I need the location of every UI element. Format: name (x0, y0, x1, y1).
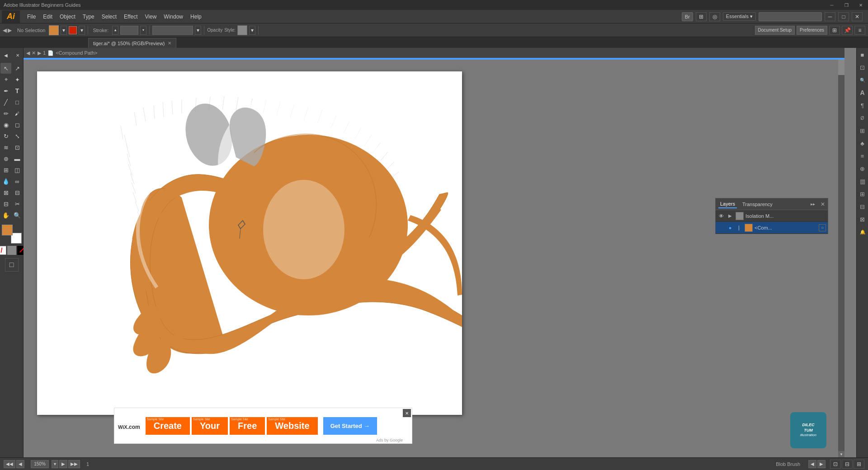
blob-brush-btn[interactable]: ◉ (0, 119, 11, 130)
free-transform-btn[interactable]: ⊡ (12, 142, 23, 153)
brush-select[interactable] (152, 26, 193, 35)
panel-menu[interactable]: ≡ (854, 26, 865, 35)
magic-wand-btn[interactable]: ✦ (12, 74, 23, 85)
search-input[interactable] (759, 12, 822, 21)
minimize-button[interactable]: ─ (825, 0, 839, 10)
status-icon1[interactable]: ⊡ (830, 460, 841, 469)
bells-panel-icon[interactable]: 🔔 (858, 227, 868, 237)
collapse-left[interactable]: ◀ (0, 50, 11, 61)
pencil-btn[interactable]: ✏ (0, 108, 11, 119)
stroke-weight-input[interactable] (120, 26, 138, 35)
breadcrumb-x[interactable]: ✕ (32, 50, 36, 56)
wix-free-btn[interactable]: Sample Site Free (230, 417, 265, 435)
layer-expand-isolation[interactable]: ▶ (726, 213, 734, 218)
fg-color-swatch[interactable] (2, 225, 13, 235)
minimize-panel-icon[interactable]: ─ (825, 12, 835, 21)
expand-left[interactable]: ✕ (12, 50, 23, 61)
isolation-mode-btn[interactable]: □ (5, 258, 19, 272)
doc-tab-close[interactable]: ✕ (168, 41, 171, 46)
arrange-icon[interactable]: ⊞ (696, 12, 707, 21)
paragraph-panel-icon[interactable]: ¶ (858, 100, 868, 110)
wix-website-btn[interactable]: Sample Site Website (267, 417, 317, 435)
menu-window[interactable]: Window (160, 12, 187, 22)
mesh-btn[interactable]: ⊞ (0, 164, 11, 175)
rect-btn[interactable]: □ (12, 97, 23, 108)
preferences-button[interactable]: Preferences (797, 26, 827, 35)
close-panel-icon[interactable]: ✕ (852, 12, 863, 21)
lasso-btn[interactable]: ⌖ (0, 74, 11, 85)
gradient-swatch[interactable] (7, 246, 16, 255)
styles-panel-icon[interactable]: ≡ (858, 151, 868, 161)
layer-lock-isolation[interactable] (819, 212, 826, 220)
text-btn[interactable]: T (12, 85, 23, 96)
type-panel-icon[interactable]: A (858, 88, 868, 98)
brush-arrow[interactable]: ▾ (195, 26, 201, 35)
align-panel-icon[interactable]: ⊟ (858, 202, 868, 212)
gradient-btn[interactable]: ◫ (12, 164, 23, 175)
stroke-up[interactable]: ▲ (112, 26, 118, 35)
symbol-btn[interactable]: ⊛ (0, 153, 11, 164)
slice-btn[interactable]: ⊟ (0, 198, 11, 209)
blend-btn[interactable]: ∞ (12, 176, 23, 187)
layers-tab[interactable]: Layers (718, 200, 737, 208)
menu-file[interactable]: File (24, 12, 39, 22)
canvas-right-btn[interactable]: ▶ (817, 460, 826, 468)
menu-view[interactable]: View (142, 12, 160, 22)
scroll-down-arrow[interactable]: ▼ (838, 451, 844, 457)
menu-object[interactable]: Object (56, 12, 79, 22)
doc-tab[interactable]: tiger.ai* @ 150% (RGB/Preview) ✕ (88, 38, 176, 48)
pen-btn[interactable]: ✒ (0, 85, 11, 96)
canvas-scroll[interactable]: Layers Transparency ▸▸ ✕ 👁 ▶ Isolation M… (24, 58, 844, 457)
graph-btn[interactable]: ▬ (12, 153, 23, 164)
status-icon2[interactable]: ⊟ (842, 460, 853, 469)
style-arrow[interactable]: ▾ (249, 26, 255, 35)
stroke-color-indicator[interactable] (69, 26, 77, 34)
layer-target-compound[interactable]: ○ (819, 224, 826, 231)
wix-create-btn[interactable]: Sample Site Create (146, 417, 190, 435)
fill-arrow[interactable]: ▾ (61, 26, 67, 35)
eraser-btn[interactable]: ◻ (12, 119, 23, 130)
layers-expand-icon[interactable]: ▸▸ (811, 202, 815, 207)
style-swatch[interactable] (237, 25, 247, 35)
zoom-down-btn[interactable]: ▾ (52, 460, 58, 468)
rotate-btn[interactable]: ↻ (0, 131, 11, 141)
none-fill-swatch[interactable]: / (0, 246, 6, 255)
zoom-input[interactable] (31, 460, 49, 468)
layer-vis-compound[interactable]: ● (726, 224, 734, 231)
arrange-view[interactable]: ⊞ (829, 26, 840, 35)
vertical-scrollbar[interactable]: ▲ ▼ (838, 48, 844, 457)
scissors-btn[interactable]: ✂ (12, 198, 23, 209)
eyedropper-btn[interactable]: 💧 (0, 176, 11, 187)
search-panel-icon[interactable]: 🔍 (858, 75, 868, 85)
dart-icon[interactable]: ◎ (709, 12, 720, 21)
last-page-btn[interactable]: ▶▶ (68, 460, 80, 468)
pathfinder-panel-icon[interactable]: ⊠ (858, 214, 868, 224)
grid-panel-icon[interactable]: ⊞ (858, 126, 868, 136)
close-button[interactable]: ✕ (854, 0, 868, 10)
paintbrush-btn[interactable]: 🖌 (12, 108, 23, 119)
bridge-button[interactable]: Br (682, 12, 693, 21)
layers-panel-close[interactable]: ✕ (821, 201, 825, 207)
menu-type[interactable]: Type (79, 12, 98, 22)
hand-btn[interactable]: ✋ (0, 210, 11, 221)
stroke-arrow[interactable]: ▾ (79, 26, 85, 35)
menu-effect[interactable]: Effect (120, 12, 141, 22)
selection-tool-btn[interactable]: ↖ (0, 63, 11, 74)
nav-forward[interactable]: ▶ (8, 27, 12, 33)
restore-button[interactable]: ❐ (839, 0, 854, 10)
layer-name-compound[interactable]: <Com... (755, 225, 817, 230)
layers-panel-icon[interactable]: ▥ (858, 176, 868, 186)
document-setup-button[interactable]: Document Setup (755, 26, 795, 35)
menu-select[interactable]: Select (98, 12, 120, 22)
canvas-left-btn[interactable]: ◀ (808, 460, 816, 468)
live-paint-btn[interactable]: ⊠ (0, 187, 11, 198)
scale-btn[interactable]: ⤡ (12, 131, 23, 141)
next-page-btn[interactable]: ▶ (59, 460, 67, 468)
status-icon3[interactable]: ⊞ (854, 460, 864, 469)
direct-select-btn[interactable]: ↗ (12, 63, 23, 74)
transparency-tab[interactable]: Transparency (741, 201, 774, 208)
wix-your-btn[interactable]: Sample Site Your (192, 417, 228, 435)
zoom-btn[interactable]: 🔍 (12, 210, 23, 221)
color-panel-icon[interactable]: ■ (858, 50, 868, 60)
essentials-button[interactable]: Essentials ▾ (723, 12, 756, 21)
